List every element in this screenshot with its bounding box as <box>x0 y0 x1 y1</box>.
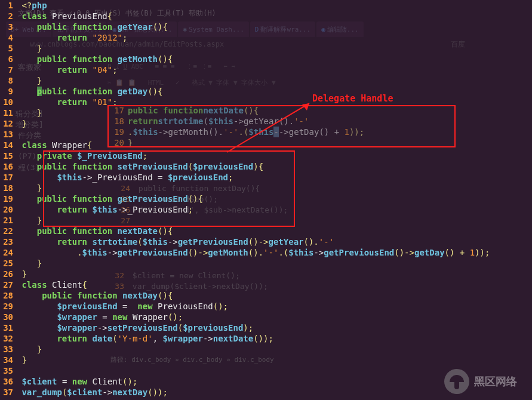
ghost-code: 24 public function nextDay(){ <box>117 184 260 193</box>
code-editor[interactable]: 1 <?php 2 class PreviousEnd{ 3 public fu… <box>0 0 532 400</box>
overlay-code: 17 public function nextDate(){ 18 return… <box>111 105 364 148</box>
ghost-code: 32 $client = new Client(); <box>111 271 240 280</box>
mushroom-icon <box>444 369 469 394</box>
ghost-code: 33 var_dump($client->nextDay()); <box>111 282 268 291</box>
ghost-code: 26 date('Y-m-d', $sub->nextDate()); <box>117 205 288 214</box>
ghost-code: 27 <box>117 216 134 225</box>
delegate-label: Delegate Handle <box>312 93 393 104</box>
breadcrumb: 路径: div.c_body » div.c_body » div.c_body <box>110 355 274 364</box>
ghost-code: 25 PreviousEndSub(); <box>117 195 218 204</box>
cursor-highlight: p <box>37 87 42 96</box>
watermark: 黑区网络 <box>444 369 517 394</box>
php-open-tag: <? <box>21 1 32 10</box>
